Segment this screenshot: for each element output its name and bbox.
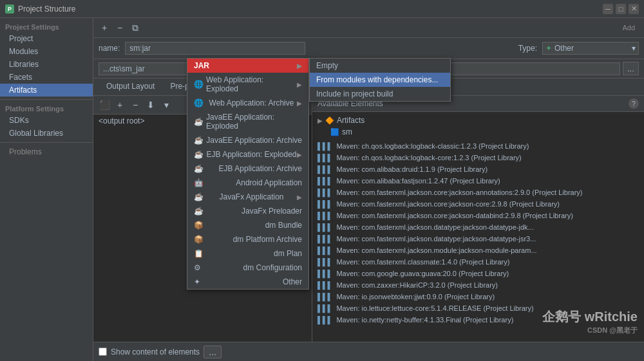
maximize-button[interactable]: □ — [616, 4, 626, 14]
content-split: ⬛ + − ⬇ ▾ <output root> Available Elemen… — [93, 96, 644, 342]
type-select[interactable]: ✦ Other ▾ — [542, 42, 639, 55]
name-input[interactable] — [125, 42, 305, 55]
right-panel: Available Elements ? ▶ 🔶 Artifacts 🟦 sm — [312, 96, 644, 342]
output-path-row: ... — [93, 59, 644, 79]
tab-post-processing[interactable]: Post-processing — [230, 79, 301, 95]
title-bar-left: P Project Structure — [5, 5, 75, 14]
maven-item[interactable]: ▌▌▌Maven: io.lettuce:lettuce-core:5.1.4.… — [312, 302, 644, 314]
maven-chart-icon: ▌▌▌ — [317, 189, 332, 196]
sidebar-divider-2 — [0, 142, 93, 143]
maven-chart-icon: ▌▌▌ — [317, 316, 332, 324]
maven-item[interactable]: ▌▌▌Maven: com.fasterxml.jackson.datatype… — [312, 233, 644, 245]
output-path-input[interactable] — [99, 62, 620, 75]
add-label: Add — [617, 24, 640, 32]
platform-settings-label: Platform Settings — [0, 102, 93, 114]
maven-item[interactable]: ▌▌▌Maven: com.fasterxml.jackson.core:jac… — [312, 198, 644, 210]
maven-chart-icon: ▌▌▌ — [317, 235, 332, 243]
main-layout: Project Settings Project Modules Librari… — [0, 18, 644, 361]
copy-button[interactable]: ⧉ — [128, 21, 142, 35]
maven-item[interactable]: ▌▌▌Maven: ch.qos.logback:logback-classic… — [312, 140, 644, 152]
maven-item[interactable]: ▌▌▌Maven: com.google.guava:guava:20.0 (P… — [312, 268, 644, 279]
artifacts-label: Artifacts — [337, 116, 365, 125]
name-type-row: name: Type: ✦ Other ▾ — [93, 38, 644, 59]
maven-chart-icon: ▌▌▌ — [317, 200, 332, 208]
sm-label: sm — [342, 127, 352, 136]
maven-item[interactable]: ▌▌▌Maven: io.netty:netty-buffer:4.1.33.F… — [312, 314, 644, 326]
maven-item[interactable]: ▌▌▌Maven: com.fasterxml.jackson.module:j… — [312, 245, 644, 256]
maven-item[interactable]: ▌▌▌Maven: com.fasterxml.jackson.datatype… — [312, 221, 644, 233]
maven-chart-icon: ▌▌▌ — [317, 177, 332, 185]
maven-chart-icon: ▌▌▌ — [317, 223, 332, 231]
maven-item[interactable]: ▌▌▌Maven: com.fasterxml.jackson.core:jac… — [312, 187, 644, 198]
title-bar: P Project Structure ─ □ ✕ — [0, 0, 644, 18]
maven-item[interactable]: ▌▌▌Maven: io.jsonwebtoken:jjwt:0.9.0 (Pr… — [312, 291, 644, 302]
project-icon: P — [5, 5, 14, 14]
maven-item[interactable]: ▌▌▌Maven: com.zaxxer:HikariCP:3.2.0 (Pro… — [312, 279, 644, 291]
left-panel: ⬛ + − ⬇ ▾ <output root> — [93, 96, 312, 342]
maven-chart-icon: ▌▌▌ — [317, 270, 332, 277]
artifacts-tree-sm[interactable]: 🟦 sm — [317, 126, 639, 138]
artifacts-expand-icon: ▶ — [317, 117, 323, 124]
artifacts-tree-root[interactable]: ▶ 🔶 Artifacts — [317, 115, 639, 126]
sidebar-item-project[interactable]: Project — [0, 32, 93, 45]
sidebar-item-sdks[interactable]: SDKs — [0, 114, 93, 127]
browse-path-button[interactable]: ... — [623, 62, 639, 75]
project-settings-label: Project Settings — [0, 21, 93, 32]
maven-item[interactable]: ▌▌▌Maven: com.fasterxml.jackson.core:jac… — [312, 210, 644, 221]
minimize-button[interactable]: ─ — [603, 4, 613, 14]
maven-item[interactable]: ▌▌▌Maven: com.fasterxml.classmate:1.4.0 … — [312, 256, 644, 268]
left-remove-button[interactable]: − — [128, 98, 142, 112]
artifacts-tree: ▶ 🔶 Artifacts 🟦 sm — [312, 112, 644, 140]
show-content-checkbox[interactable] — [99, 347, 107, 356]
available-elements-label: Available Elements — [317, 99, 383, 108]
maven-chart-icon: ▌▌▌ — [317, 281, 332, 289]
top-toolbar: + − ⧉ Add — [93, 18, 644, 38]
left-add2-button[interactable]: + — [113, 98, 127, 112]
tabs-row: Output Layout Pre-processing Post-proces… — [93, 79, 644, 96]
maven-chart-icon: ▌▌▌ — [317, 142, 332, 150]
maven-item[interactable]: ▌▌▌Maven: com.alibaba:druid:1.1.9 (Proje… — [312, 163, 644, 175]
remove-button[interactable]: − — [113, 21, 127, 35]
type-icon: ✦ — [545, 44, 552, 53]
sidebar-item-artifacts[interactable]: Artifacts — [0, 84, 93, 97]
sidebar-item-modules[interactable]: Modules — [0, 45, 93, 58]
right-panel-header: Available Elements ? — [312, 96, 644, 112]
output-root-item: <output root> — [93, 115, 312, 127]
maven-item[interactable]: ▌▌▌Maven: com.alibaba:fastjson:1.2.47 (P… — [312, 175, 644, 187]
bottom-bar: Show content of elements ... — [93, 342, 644, 361]
type-value: Other — [554, 44, 574, 53]
help-icon: ? — [629, 98, 639, 109]
type-label: Type: — [518, 44, 537, 53]
sm-icon: 🟦 — [330, 128, 339, 136]
artifacts-folder-icon: 🔶 — [325, 116, 334, 125]
maven-list: ▌▌▌Maven: ch.qos.logback:logback-classic… — [312, 140, 644, 326]
left-add-button[interactable]: ⬛ — [97, 98, 111, 112]
type-dropdown-icon: ▾ — [632, 44, 636, 53]
maven-chart-icon: ▌▌▌ — [317, 246, 332, 254]
maven-item[interactable]: ▌▌▌Maven: ch.qos.logback:logback-core:1.… — [312, 152, 644, 163]
title-bar-controls: ─ □ ✕ — [603, 4, 639, 14]
maven-chart-icon: ▌▌▌ — [317, 165, 332, 173]
show-content-label: Show content of elements — [111, 347, 200, 356]
maven-chart-icon: ▌▌▌ — [317, 258, 332, 266]
maven-chart-icon: ▌▌▌ — [317, 293, 332, 301]
left-more-button[interactable]: ▾ — [159, 98, 173, 112]
checkbox-row: Show content of elements ... — [99, 346, 222, 358]
more-options-button[interactable]: ... — [204, 346, 222, 358]
sidebar-item-facets[interactable]: Facets — [0, 71, 93, 84]
sidebar-item-libraries[interactable]: Libraries — [0, 58, 93, 71]
left-sort-button[interactable]: ⬇ — [144, 98, 158, 112]
add-button[interactable]: + — [97, 21, 111, 35]
sidebar-item-problems[interactable]: Problems — [0, 145, 93, 158]
maven-chart-icon: ▌▌▌ — [317, 154, 332, 162]
close-button[interactable]: ✕ — [629, 4, 639, 14]
maven-chart-icon: ▌▌▌ — [317, 304, 332, 312]
left-panel-toolbar: ⬛ + − ⬇ ▾ — [93, 96, 312, 115]
left-panel-list: <output root> — [93, 115, 312, 342]
sidebar-item-global-libraries[interactable]: Global Libraries — [0, 127, 93, 140]
tab-output-layout[interactable]: Output Layout — [99, 79, 162, 95]
right-panel-list: ▶ 🔶 Artifacts 🟦 sm ▌▌▌Maven: ch.qos.logb… — [312, 112, 644, 342]
maven-chart-icon: ▌▌▌ — [317, 212, 332, 219]
tab-pre-processing[interactable]: Pre-processing — [162, 79, 230, 95]
name-label: name: — [99, 44, 120, 53]
